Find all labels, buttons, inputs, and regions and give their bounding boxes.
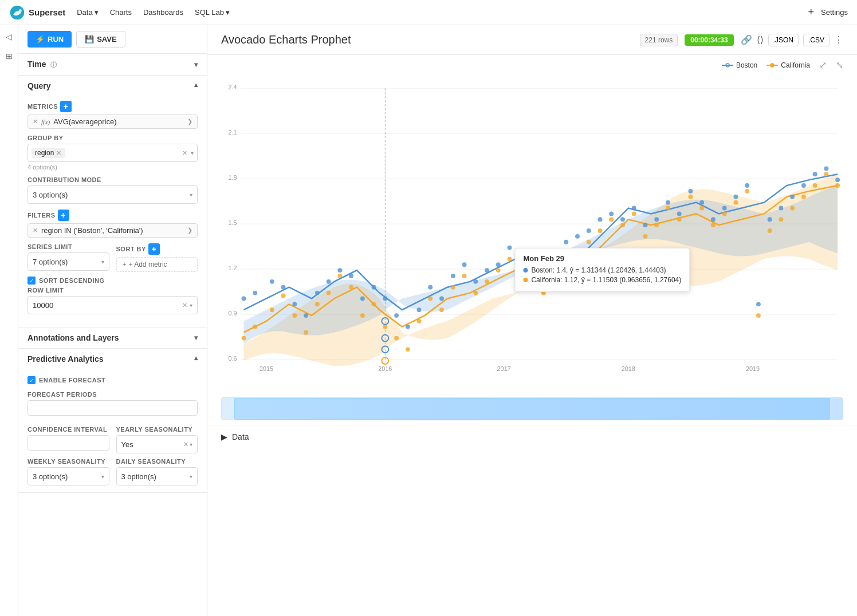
weekly-seasonality-dropdown-icon: ▾ xyxy=(101,473,104,480)
json-button[interactable]: .JSON xyxy=(768,34,799,46)
confidence-interval-label: CONFIDENCE INTERVAL xyxy=(27,426,109,433)
yearly-seasonality-dropdown-icon: ▾ xyxy=(190,441,192,448)
group-by-clear-icon[interactable]: ✕ xyxy=(182,149,187,157)
svg-point-85 xyxy=(304,313,308,318)
svg-point-55 xyxy=(564,262,568,267)
link-icon[interactable]: 🔗 xyxy=(741,34,752,45)
more-options-icon[interactable]: ⋮ xyxy=(834,34,843,45)
svg-point-109 xyxy=(541,262,546,267)
sort-descending-checkbox[interactable] xyxy=(27,277,36,285)
enable-forecast-row: ENABLE FORECAST xyxy=(27,376,198,384)
annotations-title: Annotations and Layers xyxy=(27,333,119,342)
yearly-seasonality-label: YEARLY SEASONALITY xyxy=(116,426,198,433)
time-info-icon: ⓘ xyxy=(50,61,57,68)
expand-icon[interactable]: ⤢ xyxy=(819,60,827,70)
daily-seasonality-select[interactable]: 3 option(s) ▾ xyxy=(116,467,198,485)
filter-item[interactable]: ✕ region IN ('Boston', 'California') ❯ xyxy=(27,223,198,238)
weekly-seasonality-select[interactable]: 3 option(s) ▾ xyxy=(27,467,109,485)
svg-point-134 xyxy=(824,166,828,171)
collapse-icon[interactable]: ⤡ xyxy=(836,60,843,70)
svg-point-116 xyxy=(620,217,625,222)
group-by-dropdown-icon[interactable]: ▾ xyxy=(191,150,194,156)
query-section-header[interactable]: Query ▾ xyxy=(18,76,207,96)
nav-charts[interactable]: Charts xyxy=(110,8,132,17)
settings-link[interactable]: Settings xyxy=(821,8,848,17)
legend-boston[interactable]: Boston xyxy=(722,61,757,69)
filter-remove-icon[interactable]: ✕ xyxy=(33,227,38,234)
annotations-chevron-icon: ▾ xyxy=(194,334,198,342)
sort-descending-label: SORT DESCENDING xyxy=(39,277,104,284)
svg-point-111 xyxy=(564,240,568,244)
metrics-label: METRICS + xyxy=(27,101,198,112)
csv-button[interactable]: .CSV xyxy=(803,34,830,46)
svg-text:0.6: 0.6 xyxy=(229,355,237,362)
nav-dashboards[interactable]: Dashboards xyxy=(143,8,183,17)
svg-point-71 xyxy=(745,189,749,194)
contribution-mode-select[interactable]: 3 option(s) ▾ xyxy=(27,185,198,204)
filters-add-button[interactable]: + xyxy=(58,210,69,221)
time-section: Time ⓘ ▾ xyxy=(18,54,207,76)
code-icon[interactable]: ⟨⟩ xyxy=(757,34,764,45)
svg-point-135 xyxy=(835,177,840,182)
enable-forecast-checkbox[interactable] xyxy=(27,376,36,384)
daily-seasonality-dropdown-icon: ▾ xyxy=(190,473,192,480)
time-section-header[interactable]: Time ⓘ ▾ xyxy=(18,54,207,75)
row-limit-dropdown-icon: ▾ xyxy=(190,302,192,309)
nav-sqllab[interactable]: SQL Lab ▾ xyxy=(195,8,230,17)
metric-item[interactable]: ✕ f(x) AVG(averageprice) ❯ xyxy=(27,114,198,129)
yearly-seasonality-select[interactable]: Yes ✕ ▾ xyxy=(116,435,198,453)
chart-svg: 2.4 2.1 1.8 1.5 1.2 0.9 0.6 2015 2016 20… xyxy=(221,70,843,391)
yearly-seasonality-clear-icon[interactable]: ✕ xyxy=(183,441,188,448)
daily-seasonality-label: DAILY SEASONALITY xyxy=(116,458,198,465)
predictive-section-header[interactable]: Predictive Analytics ▾ xyxy=(18,349,207,369)
row-limit-select[interactable]: 10000 ✕ ▾ xyxy=(27,296,198,314)
logo[interactable]: Superset xyxy=(9,5,65,21)
svg-point-133 xyxy=(813,172,817,176)
metric-remove-icon[interactable]: ✕ xyxy=(33,118,38,125)
yearly-seasonality-col: YEARLY SEASONALITY Yes ✕ ▾ xyxy=(116,426,198,453)
svg-point-75 xyxy=(790,206,795,211)
confidence-interval-input[interactable]: 0.8 xyxy=(27,435,109,451)
icon-rail: ◁ ⊞ xyxy=(0,25,18,616)
minimap-bar[interactable] xyxy=(221,397,843,420)
save-button[interactable]: 💾 SAVE xyxy=(76,31,125,48)
legend-california[interactable]: California xyxy=(766,61,810,69)
annotations-section-header[interactable]: Annotations and Layers ▾ xyxy=(18,327,207,348)
svg-point-113 xyxy=(587,228,591,233)
forecast-periods-input[interactable]: 52 xyxy=(27,400,198,416)
region-tag: region ✕ xyxy=(32,148,65,158)
svg-point-27 xyxy=(253,325,257,329)
svg-point-125 xyxy=(722,206,727,211)
svg-point-118 xyxy=(643,223,648,227)
region-tag-remove[interactable]: ✕ xyxy=(56,149,61,157)
run-button[interactable]: ⚡ RUN xyxy=(27,31,72,48)
nav-data[interactable]: Data ▾ xyxy=(77,8,98,17)
add-button[interactable]: + xyxy=(808,6,815,18)
row-limit-clear-icon[interactable]: ✕ xyxy=(182,302,187,309)
metrics-add-button[interactable]: + xyxy=(60,101,72,112)
rail-grid[interactable]: ⊞ xyxy=(2,49,16,63)
confidence-yearly-row: CONFIDENCE INTERVAL 0.8 YEARLY SEASONALI… xyxy=(27,426,198,453)
sort-by-add-metric[interactable]: + + Add metric xyxy=(116,257,198,272)
svg-point-74 xyxy=(779,217,783,222)
query-content: METRICS + ✕ f(x) AVG(averageprice) ❯ GRO… xyxy=(18,96,207,327)
rail-back[interactable]: ◁ xyxy=(2,30,16,44)
svg-point-73 xyxy=(768,228,772,233)
svg-point-69 xyxy=(722,211,727,216)
svg-point-132 xyxy=(801,183,806,188)
svg-text:2016: 2016 xyxy=(378,365,392,372)
svg-point-108 xyxy=(530,274,534,278)
contribution-mode-label: CONTRIBUTION MODE xyxy=(27,176,198,183)
group-by-field[interactable]: region ✕ ✕ ▾ xyxy=(27,144,198,162)
filters-label: FILTERS + xyxy=(27,210,198,221)
data-section-header[interactable]: ▶ Data xyxy=(221,432,843,441)
group-by-label: GROUP BY xyxy=(27,135,198,141)
filter-expand-icon[interactable]: ❯ xyxy=(187,227,192,234)
minimap-selection[interactable] xyxy=(234,398,831,420)
forecast-periods-row: FORECAST PERIODS 52 xyxy=(27,391,198,416)
svg-point-47 xyxy=(473,291,478,295)
series-limit-select[interactable]: 7 option(s) ▾ xyxy=(27,252,109,271)
predictive-chevron-icon: ▾ xyxy=(194,355,198,363)
metric-expand-icon[interactable]: ❯ xyxy=(187,118,192,125)
sort-by-add-button[interactable]: + xyxy=(148,243,160,255)
